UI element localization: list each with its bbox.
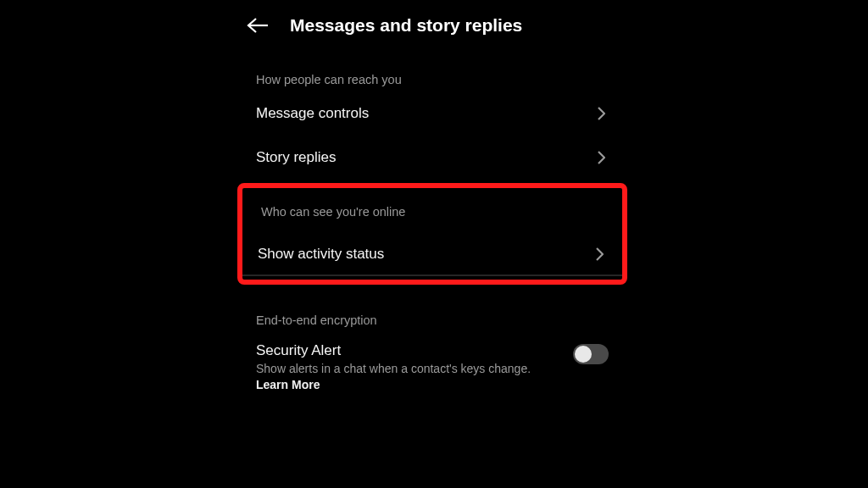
security-alert-toggle[interactable] bbox=[573, 344, 609, 364]
back-arrow-icon[interactable] bbox=[246, 15, 275, 36]
row-show-activity-status[interactable]: Show activity status bbox=[242, 224, 622, 274]
divider bbox=[242, 274, 622, 276]
row-security-alert: Security Alert Show alerts in a chat whe… bbox=[237, 332, 627, 396]
settings-panel: Messages and story replies How people ca… bbox=[237, 0, 627, 488]
row-label: Message controls bbox=[256, 105, 369, 122]
header: Messages and story replies bbox=[237, 0, 627, 51]
row-label: Story replies bbox=[256, 149, 336, 166]
toggle-text: Security Alert Show alerts in a chat whe… bbox=[256, 342, 573, 393]
row-message-controls[interactable]: Message controls bbox=[237, 92, 627, 136]
section-label-online: Who can see you're online bbox=[242, 188, 622, 224]
toggle-desc-text: Show alerts in a chat when a contact's k… bbox=[256, 362, 531, 375]
chevron-right-icon bbox=[593, 150, 609, 165]
toggle-description: Show alerts in a chat when a contact's k… bbox=[256, 361, 558, 393]
page-title: Messages and story replies bbox=[290, 15, 522, 36]
chevron-right-icon bbox=[592, 247, 607, 262]
highlight-annotation: Who can see you're online Show activity … bbox=[237, 183, 627, 285]
section-label-encryption: End-to-end encryption bbox=[237, 291, 627, 332]
row-story-replies[interactable]: Story replies bbox=[237, 136, 627, 180]
toggle-title: Security Alert bbox=[256, 342, 558, 359]
chevron-right-icon bbox=[593, 106, 609, 121]
toggle-knob bbox=[575, 346, 592, 363]
row-label: Show activity status bbox=[258, 246, 384, 263]
learn-more-link[interactable]: Learn More bbox=[256, 378, 320, 391]
section-label-reach: How people can reach you bbox=[237, 51, 627, 92]
